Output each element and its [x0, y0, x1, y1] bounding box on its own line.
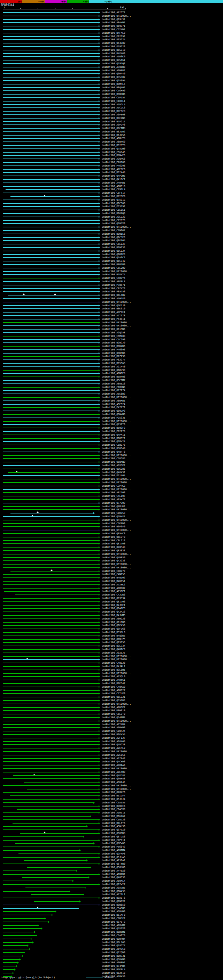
hit-row[interactable]: UniRef100_B9FY55: [0, 733, 223, 736]
hit-row[interactable]: UniRef100_A3WU36: [0, 825, 223, 828]
hit-row[interactable]: UniRef100_P93224: [0, 38, 223, 41]
hit-row[interactable]: UniRef100_B9MFL5: [0, 83, 223, 86]
hit-row[interactable]: UniRef100_B503F2: [0, 426, 223, 430]
hit-row[interactable]: UniRef100_A2EPL2: [0, 746, 223, 750]
hit-row[interactable]: UniRef100_UPI0000...: [0, 788, 223, 791]
hit-row[interactable]: UniRef100_C5GG45: [0, 151, 223, 154]
hit-row[interactable]: UniRef100_Q5UXN9: [0, 958, 223, 961]
hit-row[interactable]: UniRef100_A6RP19: [0, 185, 223, 188]
hit-row[interactable]: UniRef100_P78571: [0, 283, 223, 287]
hit-row[interactable]: UniRef100_Q2NEX2: [0, 900, 223, 903]
hit-row[interactable]: UniRef100_Q0CTM8: [0, 127, 223, 130]
hit-row[interactable]: UniRef100_P59223: [0, 45, 223, 48]
hit-row[interactable]: UniRef100_A4RRB1: [0, 181, 223, 185]
hit-row[interactable]: UniRef100_Q4PM11: [0, 433, 223, 437]
hit-row[interactable]: UniRef100_UPI0000...: [0, 270, 223, 273]
hit-row[interactable]: UniRef100_A5K145: [0, 780, 223, 784]
hit-row[interactable]: UniRef100_B6JXS6: [0, 134, 223, 137]
hit-row[interactable]: UniRef100_C5A6T9: [0, 934, 223, 937]
hit-row[interactable]: UniRef100_Q18GY7: [0, 944, 223, 947]
hit-row[interactable]: UniRef100_UPI0000...: [0, 488, 223, 491]
hit-row[interactable]: UniRef100_Q5JHA5: [0, 856, 223, 859]
hit-row[interactable]: UniRef100_B9AET6: [0, 896, 223, 900]
hit-row[interactable]: UniRef100_UPI0000...: [0, 784, 223, 788]
hit-row[interactable]: UniRef100_A5E6B2: [0, 392, 223, 396]
hit-row[interactable]: UniRef100_Q05VC6: [0, 532, 223, 535]
hit-row[interactable]: UniRef100_A8UEX6: [0, 382, 223, 385]
hit-row[interactable]: UniRef100_A0NEE8: [0, 372, 223, 375]
hit-row[interactable]: UniRef100_C4L107: [0, 494, 223, 498]
hit-row[interactable]: UniRef100_UPI0000...: [0, 671, 223, 675]
hit-row[interactable]: UniRef100_Q4HTC9: [0, 648, 223, 651]
hit-row[interactable]: UniRef100_B4K051: [0, 579, 223, 583]
hit-row[interactable]: UniRef100_A9PBC1: [0, 310, 223, 314]
hit-row[interactable]: UniRef100_A2Z843: [0, 757, 223, 760]
hit-row[interactable]: UniRef100_B5IUF4: [0, 794, 223, 797]
hit-row[interactable]: UniRef100_B1L6T6: [0, 821, 223, 825]
hit-row[interactable]: UniRef100_A1DCL5: [0, 103, 223, 107]
hit-row[interactable]: UniRef100_A5B3K9: [0, 55, 223, 59]
hit-row[interactable]: UniRef100_B9WIE6: [0, 232, 223, 236]
hit-row[interactable]: UniRef100_C6LJT0: [0, 712, 223, 716]
hit-row[interactable]: UniRef100_A65W72: [0, 498, 223, 501]
hit-row[interactable]: UniRef100_B5IAF8: [0, 913, 223, 917]
hit-row[interactable]: UniRef100_C1GK99: [0, 89, 223, 92]
hit-row[interactable]: UniRef100_UPI0000...: [0, 477, 223, 481]
hit-row[interactable]: UniRef100_B8B7U0: [0, 263, 223, 266]
hit-row[interactable]: UniRef100_UPI0000...: [0, 301, 223, 304]
hit-row[interactable]: UniRef100_Q4DC38: [0, 743, 223, 746]
hit-row[interactable]: UniRef100_B6G762: [0, 815, 223, 818]
hit-row[interactable]: UniRef100_B4FNG6: [0, 52, 223, 55]
hit-row[interactable]: UniRef100_Q6C342: [0, 259, 223, 263]
hit-row[interactable]: UniRef100_P62277: [0, 358, 223, 361]
hit-row[interactable]: UniRef100_Q4CWD6: [0, 760, 223, 764]
hit-row[interactable]: UniRef100_A6RHY8: [0, 137, 223, 140]
hit-row[interactable]: UniRef100_A0D5P7: [0, 706, 223, 709]
hit-row[interactable]: UniRef100_Q9FU66: [0, 627, 223, 631]
hit-row[interactable]: UniRef100_A5H1F9: [0, 297, 223, 301]
hit-row[interactable]: UniRef100_C4R7Y4: [0, 276, 223, 280]
hit-row[interactable]: UniRef100_Q0W4S8: [0, 889, 223, 893]
hit-row[interactable]: UniRef100_A2IH40: [0, 365, 223, 369]
hit-row[interactable]: UniRef100_A8WXB1: [0, 399, 223, 402]
hit-row[interactable]: UniRef100_P25331: [0, 416, 223, 420]
hit-row[interactable]: UniRef100_UPI0000...: [0, 702, 223, 706]
hit-row[interactable]: UniRef100_B9RGH6: [0, 92, 223, 96]
hit-row[interactable]: UniRef100_C9RJF2: [0, 917, 223, 920]
hit-row[interactable]: UniRef100_B6GZQ9: [0, 212, 223, 215]
hit-row[interactable]: UniRef100_Q5A3C2: [0, 256, 223, 259]
hit-row[interactable]: UniRef100_A0I106: [0, 491, 223, 494]
hit-row[interactable]: UniRef100_A9BHN6: [0, 726, 223, 729]
hit-row[interactable]: UniRef100_B8D5M1: [0, 930, 223, 934]
hit-row[interactable]: UniRef100_Q9HPW4: [0, 937, 223, 941]
hit-row[interactable]: UniRef100_C5YMD1: [0, 28, 223, 31]
hit-row[interactable]: UniRef100_A9PDV6: [0, 123, 223, 127]
hit-row[interactable]: UniRef100_B3L734: [0, 644, 223, 648]
hit-row[interactable]: UniRef100_A0HG26: [0, 617, 223, 620]
hit-row[interactable]: UniRef100_Q8PW65: [0, 842, 223, 845]
hit-row[interactable]: UniRef100_A7I7L1: [0, 893, 223, 896]
hit-row[interactable]: UniRef100_A7Q6R8: [0, 65, 223, 69]
hit-row[interactable]: UniRef100_P33192: [0, 205, 223, 208]
hit-row[interactable]: UniRef100_A9Z5J5: [0, 651, 223, 655]
hit-row[interactable]: UniRef100_UPI0000...: [0, 750, 223, 753]
hit-row[interactable]: UniRef100_Q61PW6: [0, 328, 223, 331]
hit-row[interactable]: UniRef100_Q6L4B2: [0, 293, 223, 297]
hit-row[interactable]: UniRef100_A2QG58: [0, 331, 223, 334]
hit-row[interactable]: UniRef100_Q5WAN0: [0, 460, 223, 464]
hit-row[interactable]: UniRef100_Q6CJE3: [0, 236, 223, 239]
hit-row[interactable]: UniRef100_UPI0000...: [0, 321, 223, 325]
hit-row[interactable]: UniRef100_Q817U0: [0, 542, 223, 546]
hit-row[interactable]: UniRef100_Q5V2V6: [0, 927, 223, 930]
hit-row[interactable]: UniRef100_UPI0000...: [0, 324, 223, 328]
hit-row[interactable]: UniRef100_Q81706: [0, 600, 223, 603]
hit-row[interactable]: UniRef100_B4JYM5: [0, 614, 223, 617]
hit-row[interactable]: UniRef100_B2W233: [0, 246, 223, 249]
hit-row[interactable]: UniRef100_UPI0000...: [0, 518, 223, 522]
hit-row[interactable]: UniRef100_C1BG76: [0, 443, 223, 447]
hit-row[interactable]: UniRef100_C5U726: [0, 818, 223, 821]
hit-row[interactable]: UniRef100_B338L0: [0, 631, 223, 634]
hit-row[interactable]: UniRef100_A4HY61: [0, 678, 223, 682]
hit-row[interactable]: UniRef100_B6K919: [0, 307, 223, 310]
hit-row[interactable]: UniRef100_Q6A1P3: [0, 607, 223, 610]
